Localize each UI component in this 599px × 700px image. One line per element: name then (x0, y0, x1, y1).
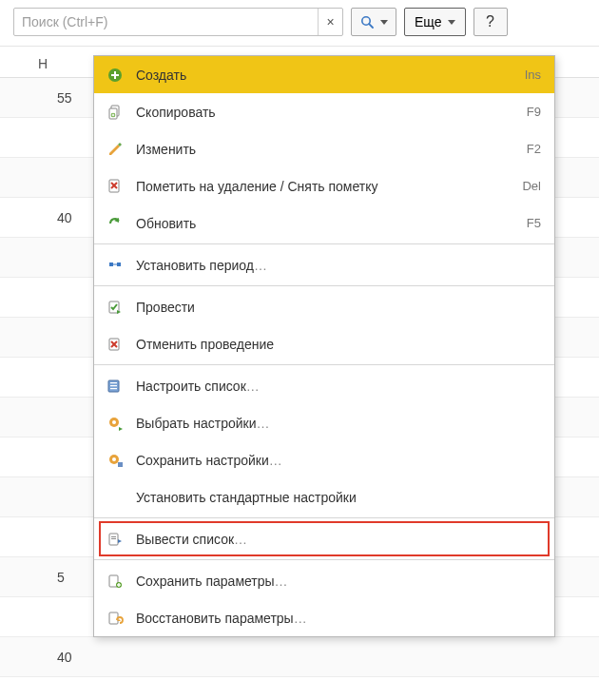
svg-marker-10 (109, 145, 120, 155)
menu-item-label: Вывести список… (136, 532, 541, 547)
help-button[interactable]: ? (473, 8, 508, 36)
menu-item-12[interactable]: Выбрать настройки… (94, 404, 554, 441)
menu-item-label: Провести (136, 300, 541, 315)
magnifier-icon (359, 14, 375, 29)
menu-item-shortcut: F9 (527, 105, 541, 119)
clear-search-button[interactable]: × (318, 9, 342, 35)
svg-rect-26 (110, 385, 117, 386)
save-params-icon (106, 572, 125, 591)
menu-item-label: Изменить (136, 142, 515, 157)
menu-item-8[interactable]: Провести (94, 288, 554, 325)
configure-list-icon (106, 377, 125, 396)
menu-item-6[interactable]: Установить период… (94, 246, 554, 283)
menu-separator (94, 559, 554, 560)
menu-item-label: Выбрать настройки… (136, 416, 541, 431)
menu-item-label: Обновить (136, 216, 515, 231)
mark-delete-icon (106, 177, 125, 196)
context-menu: СоздатьInsСкопироватьF9ИзменитьF2Пометит… (93, 55, 555, 637)
pencil-icon (106, 140, 125, 159)
svg-rect-25 (110, 382, 117, 383)
menu-item-18[interactable]: Сохранить параметры… (94, 562, 554, 599)
menu-separator (94, 364, 554, 365)
more-button-label: Еще (415, 14, 442, 29)
menu-item-label: Сохранить настройки… (136, 453, 541, 468)
svg-rect-18 (113, 263, 117, 264)
menu-item-4[interactable]: ОбновитьF5 (94, 204, 554, 242)
menu-item-shortcut: F5 (527, 216, 541, 230)
menu-item-label: Настроить список… (136, 379, 541, 394)
save-settings-icon (106, 451, 125, 470)
menu-item-0[interactable]: СоздатьIns (94, 56, 554, 93)
period-icon (106, 256, 125, 275)
menu-item-19[interactable]: Восстановить параметры… (94, 599, 554, 636)
menu-separator (94, 285, 554, 286)
restore-params-icon (106, 609, 125, 628)
chevron-down-icon (448, 20, 455, 25)
menu-item-shortcut: Ins (525, 68, 541, 82)
unpost-icon (106, 335, 125, 354)
more-button[interactable]: Еще (404, 8, 466, 36)
menu-item-label: Скопировать (136, 105, 515, 120)
svg-rect-16 (109, 262, 113, 266)
svg-marker-37 (118, 539, 122, 543)
svg-point-32 (112, 457, 116, 461)
svg-rect-17 (117, 262, 121, 266)
menu-item-16[interactable]: Вывести список… (94, 520, 554, 557)
refresh-icon (106, 214, 125, 233)
svg-line-1 (369, 24, 373, 28)
svg-rect-4 (111, 74, 119, 76)
menu-item-13[interactable]: Сохранить настройки… (94, 441, 554, 478)
menu-item-shortcut: F2 (527, 142, 541, 156)
menu-item-1[interactable]: СкопироватьF9 (94, 93, 554, 130)
copy-doc-icon (106, 103, 125, 122)
grid-row[interactable]: 40 (0, 637, 599, 677)
menu-item-9[interactable]: Отменить проведение (94, 325, 554, 362)
post-icon (106, 298, 125, 317)
menu-item-14[interactable]: Установить стандартные настройки (94, 478, 554, 515)
menu-item-label: Сохранить параметры… (136, 574, 541, 589)
menu-separator (94, 517, 554, 518)
menu-item-shortcut: Del (522, 179, 541, 193)
svg-rect-9 (112, 114, 115, 115)
blank-icon (106, 488, 125, 507)
menu-item-label: Пометить на удаление / Снять пометку (136, 179, 511, 194)
menu-item-11[interactable]: Настроить список… (94, 367, 554, 404)
output-list-icon (106, 530, 125, 549)
svg-rect-41 (117, 584, 121, 585)
menu-item-label: Восстановить параметры… (136, 611, 541, 626)
svg-rect-36 (111, 538, 116, 539)
svg-rect-27 (110, 388, 117, 389)
menu-item-2[interactable]: ИзменитьF2 (94, 130, 554, 167)
svg-point-29 (112, 420, 116, 424)
grid-header-label: Н (38, 56, 48, 71)
toolbar: × Еще ? (0, 0, 599, 47)
search-field-wrapper: × (13, 8, 343, 36)
menu-item-label: Отменить проведение (136, 337, 541, 352)
chevron-down-icon (380, 20, 388, 25)
menu-item-label: Создать (136, 68, 513, 83)
svg-rect-33 (118, 462, 123, 467)
menu-item-3[interactable]: Пометить на удаление / Снять пометкуDel (94, 167, 554, 204)
svg-rect-35 (111, 536, 116, 537)
plus-circle-icon (106, 66, 125, 85)
menu-separator (94, 243, 554, 244)
menu-item-label: Установить стандартные настройки (136, 490, 541, 505)
search-input[interactable] (14, 9, 318, 35)
menu-item-label: Установить период… (136, 258, 541, 273)
svg-marker-30 (119, 427, 123, 431)
search-dropdown-button[interactable] (351, 8, 396, 36)
select-settings-icon (106, 414, 125, 433)
